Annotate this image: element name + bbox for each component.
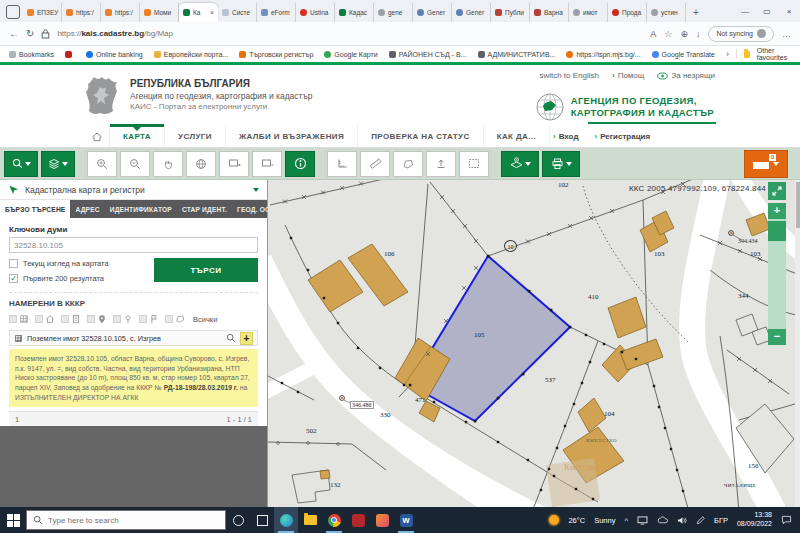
bookmark-item[interactable]: https://ispn.mjs.bg/... [566,51,640,58]
selected-parcel-105[interactable] [410,256,570,421]
current-view-checkbox-row[interactable]: Текущ изглед на картата [9,259,159,268]
print-dropdown[interactable] [542,151,580,177]
browser-tab[interactable]: имот × [569,3,608,22]
sidebar-panel-header[interactable]: Кадастрална карта и регистри [0,180,267,200]
map-viewport[interactable]: 102106103344.434103410344105537471330502… [268,180,800,507]
site-info-lock-icon[interactable] [41,29,50,39]
browser-tab[interactable]: Публи × [491,3,530,22]
checkbox-checked-icon[interactable]: ✓ [9,274,18,283]
zoom-to-result-icon[interactable] [226,333,236,343]
switch-language-link[interactable]: switch to English [539,71,599,80]
browser-tab[interactable]: Моми × [140,3,179,22]
world-extent-button[interactable] [186,151,216,177]
bookmark-item[interactable]: РАЙОНЕН СЪД - В... [389,51,467,58]
measure-area-polygon-button[interactable] [393,151,423,177]
browser-tab[interactable]: Gener × [413,3,452,22]
layers-dropdown[interactable] [41,151,75,177]
browser-tab[interactable]: Систе × [218,3,257,22]
bookmark-item[interactable]: Търговски регистър [239,51,313,58]
filter-grid[interactable] [9,314,29,324]
upload-export-button[interactable] [426,151,456,177]
reload-icon[interactable]: ↻ [26,29,34,39]
bookmark-item[interactable]: Европейски порта... [154,51,228,58]
onedrive-icon[interactable] [657,516,668,524]
task-view-icon[interactable] [250,507,274,533]
browser-tab[interactable]: eForm × [257,3,296,22]
bookmark-item[interactable]: АДМИНИСТРАТИВ... [478,51,556,58]
agency-logo[interactable]: АГЕНЦИЯ ПО ГЕОДЕЗИЯ,КАРТОГРАФИЯ И КАДАСТ… [535,92,714,122]
taskbar-app-red-icon[interactable] [346,507,370,533]
start-button[interactable] [0,507,26,533]
zoom-rectangle-in-button[interactable] [219,151,249,177]
tab-close-icon[interactable]: × [210,9,214,16]
nav-item[interactable]: ПРОВЕРКА НА СТАТУС [358,125,484,147]
nav-item[interactable]: ЖАЛБИ И ВЪЗРАЖЕНИЯ [226,125,358,147]
filter-flag[interactable] [139,314,159,324]
zoom-out-button[interactable]: − [768,329,786,345]
new-tab-button[interactable]: + [688,4,704,20]
url-field[interactable]: https://kais.cadastre.bg/bg/Map [57,29,173,38]
zoom-out-tool-button[interactable] [120,151,150,177]
taskbar-search-box[interactable] [26,510,226,530]
back-icon[interactable]: ← [9,29,19,39]
notifications-menu-button[interactable]: 0 [744,150,788,178]
monitor-icon[interactable] [637,516,648,525]
close-button[interactable]: × [778,0,800,22]
page-number[interactable]: 1 [15,415,19,424]
sidebar-tab[interactable]: ИДЕНТИФИКАТОР [105,200,177,218]
home-icon[interactable] [84,125,110,147]
first-200-checkbox-row[interactable]: ✓ Първите 200 резултата [9,274,159,283]
bookmark-item[interactable]: Online banking [86,51,143,58]
more-menu-icon[interactable]: … [782,29,791,39]
zoom-slider-handle[interactable] [768,221,786,241]
taskbar-word-icon[interactable]: w [394,507,418,533]
select-region-button[interactable] [459,151,489,177]
taskbar-app-orange-icon[interactable] [370,507,394,533]
downloads-icon[interactable]: ↓ [696,29,701,39]
accessibility-link[interactable]: За незрящи [657,71,715,80]
read-aloud-icon[interactable]: A [650,29,656,39]
register-link[interactable]: ›Регистрация [594,132,650,141]
bookmark-item[interactable]: Google Карти [324,51,377,58]
bookmark-item[interactable] [65,51,75,58]
zoom-rectangle-out-button[interactable] [252,151,282,177]
notification-center-icon[interactable] [781,515,792,525]
browser-tab[interactable]: Прода × [608,3,647,22]
measure-distance-icon[interactable] [360,151,390,177]
taskbar-file-explorer-icon[interactable] [298,507,322,533]
nav-item[interactable]: УСЛУГИ [165,125,226,147]
taskbar-search-input[interactable] [48,516,208,525]
bookmark-item[interactable]: Bookmarks [9,51,54,58]
nav-item[interactable]: КАК ДА... [484,125,551,147]
sidebar-tab[interactable]: АДРЕС [70,200,104,218]
browser-tab[interactable]: https:/ × [101,3,140,22]
keywords-input[interactable] [9,237,258,253]
favorites-star-icon[interactable]: ☆ [664,29,672,39]
browser-tab[interactable]: https:/ × [62,3,101,22]
minimize-button[interactable]: — [734,0,756,22]
checkbox-unchecked-icon[interactable] [9,259,18,268]
filter-all-label[interactable]: Всички [193,315,217,324]
cortana-icon[interactable] [226,507,250,533]
collections-icon[interactable]: ⊕ [680,29,688,39]
nav-item[interactable]: КАРТА [110,125,165,147]
browser-tab[interactable]: Ustina × [296,3,335,22]
browser-tab[interactable]: Варна × [530,3,569,22]
cadastral-map-canvas[interactable] [268,180,800,507]
filter-home[interactable] [35,314,55,324]
browser-tab[interactable]: gene × [374,3,413,22]
taskbar-edge-icon[interactable] [274,507,298,533]
browser-tab[interactable]: Ка × [179,3,218,22]
chevron-down-icon[interactable] [253,188,259,195]
zoom-in-tool-button[interactable] [87,151,117,177]
maximize-button[interactable]: ▭ [756,0,778,22]
page-scrollbar[interactable] [795,180,800,507]
search-tool-dropdown[interactable] [4,151,38,177]
taskbar-clock[interactable]: 13:38 08/09/2022 [737,511,772,529]
pen-icon[interactable] [696,516,705,525]
browser-tab[interactable]: Gener × [452,3,491,22]
filter-polygon[interactable] [165,314,185,324]
language-indicator[interactable]: БГР [714,516,728,525]
pan-hand-tool-button[interactable] [153,151,183,177]
filter-tree[interactable] [113,314,133,324]
